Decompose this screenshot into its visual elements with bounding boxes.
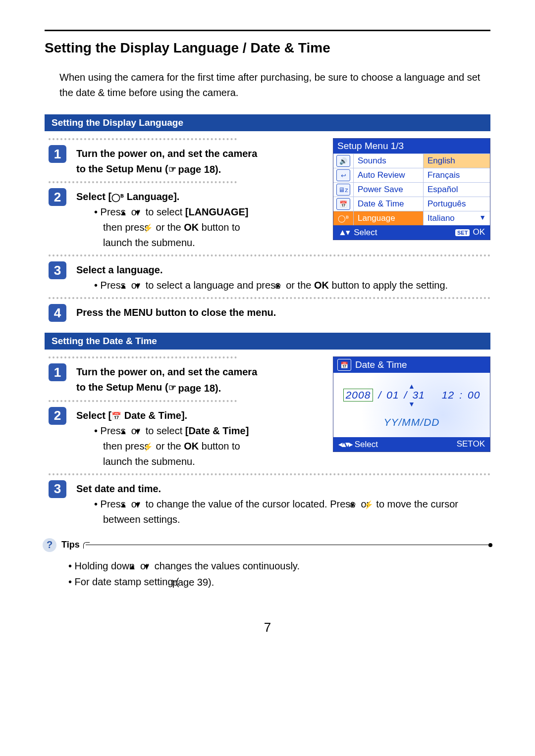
setup-menu-footer: ▲▾ Select SETOK bbox=[333, 225, 490, 240]
menu-label: Power Save bbox=[354, 183, 423, 197]
datetime-footer: ◂▴▾▸ Select SETOK bbox=[333, 437, 490, 452]
sleep-icon: 🖥z bbox=[336, 184, 350, 196]
section-datetime-body: 📅 Date & Time ▲ 2008 /01 /31 12:00 ▼ YY/… bbox=[45, 356, 490, 527]
up-triangle-icon: ▲ bbox=[337, 384, 486, 389]
setup-menu-screenshot: Setup Menu 1/3 🔊 Sounds English ↩ Auto R… bbox=[333, 138, 490, 240]
calendar-icon: 📅 bbox=[337, 359, 351, 371]
section-header-datetime: Setting the Date & Time bbox=[45, 333, 490, 350]
language-icon: ◯ᴮ bbox=[338, 214, 349, 222]
page-ref-icon: ☞ bbox=[168, 381, 176, 395]
dotted-divider bbox=[49, 138, 237, 140]
navpad-icon: ◂▴▾▸ bbox=[338, 440, 352, 449]
menu-label: Auto Review bbox=[354, 168, 423, 182]
back-icon: ↩ bbox=[336, 169, 350, 181]
step-number: 3 bbox=[49, 261, 66, 279]
tips-rule bbox=[86, 545, 490, 545]
menu-row-language: ◯ᴮ Language Italiano ▼ bbox=[333, 211, 490, 225]
step-number: 2 bbox=[49, 188, 66, 206]
step-number: 1 bbox=[49, 145, 66, 163]
menu-row-datetime: 📅 Date & Time Português bbox=[333, 197, 490, 211]
step-number: 1 bbox=[49, 363, 66, 381]
language-icon: ◯ᴮ bbox=[111, 194, 124, 202]
step-4: 4 Press the MENU button to close the men… bbox=[49, 304, 490, 322]
updown-icon: ▲▾ bbox=[338, 228, 349, 237]
menu-value: Français bbox=[423, 168, 490, 182]
set-badge: SET bbox=[457, 439, 473, 449]
menu-label: Date & Time bbox=[354, 197, 423, 211]
dotted-divider bbox=[49, 473, 490, 475]
dotted-divider bbox=[49, 400, 237, 402]
sound-icon: 🔊 bbox=[336, 155, 350, 167]
dotted-divider bbox=[49, 356, 237, 358]
top-rule bbox=[45, 30, 490, 31]
dotted-divider bbox=[49, 297, 490, 299]
menu-row-autoreview: ↩ Auto Review Français bbox=[333, 168, 490, 182]
step-3: 3 Select a language. Press ▲ or ▼ to sel… bbox=[49, 261, 490, 293]
dotted-divider bbox=[49, 254, 490, 256]
date-format-label: YY/MM/DD bbox=[337, 416, 486, 428]
calendar-icon: 📅 bbox=[111, 412, 121, 420]
step-number: 4 bbox=[49, 304, 66, 322]
section-header-language: Setting the Display Language bbox=[45, 114, 490, 131]
tips-label: Tips bbox=[61, 540, 80, 550]
flash-icon: ⚡ bbox=[152, 224, 153, 232]
datetime-title: 📅 Date & Time bbox=[333, 357, 490, 373]
menu-value: English bbox=[423, 154, 490, 168]
menu-label: Language bbox=[354, 211, 423, 225]
tips-icon: ? bbox=[43, 538, 56, 552]
setup-menu-title: Setup Menu 1/3 bbox=[333, 139, 490, 153]
intro-text: When using the camera for the first time… bbox=[59, 70, 490, 101]
menu-value: Português bbox=[423, 197, 490, 211]
page-number: 7 bbox=[45, 620, 490, 635]
dotted-divider bbox=[49, 181, 237, 183]
tips-list: Holding down ▲ or ▼ changes the values c… bbox=[59, 558, 490, 590]
menu-row-powersave: 🖥z Power Save Español bbox=[333, 182, 490, 197]
tips-block: ? Tips Holding down ▲ or ▼ changes the v… bbox=[45, 538, 490, 590]
date-year-field: 2008 bbox=[343, 389, 374, 402]
step-number: 3 bbox=[49, 480, 66, 498]
step-number: 2 bbox=[49, 407, 66, 425]
calendar-icon: 📅 bbox=[336, 198, 350, 210]
menu-value: Italiano ▼ bbox=[423, 211, 490, 225]
section-language-body: Setup Menu 1/3 🔊 Sounds English ↩ Auto R… bbox=[45, 138, 490, 322]
step-3: 3 Set date and time. Press ▲ or ▼ to cha… bbox=[49, 480, 490, 527]
datetime-screenshot: 📅 Date & Time ▲ 2008 /01 /31 12:00 ▼ YY/… bbox=[333, 356, 490, 452]
menu-label: Sounds bbox=[354, 154, 423, 168]
down-triangle-icon: ▼ bbox=[479, 213, 486, 221]
page-title: Setting the Display Language / Date & Ti… bbox=[45, 40, 490, 56]
set-badge: SET bbox=[455, 229, 470, 236]
datetime-body: ▲ 2008 /01 /31 12:00 ▼ YY/MM/DD bbox=[333, 373, 490, 437]
menu-value: Español bbox=[423, 183, 490, 197]
down-triangle-icon: ▼ bbox=[337, 402, 486, 406]
flash-icon: ⚡ bbox=[152, 443, 153, 451]
page-ref-icon: ☞ bbox=[168, 163, 176, 177]
flash-icon: ⚡ bbox=[373, 501, 374, 509]
menu-row-sounds: 🔊 Sounds English bbox=[333, 153, 490, 168]
